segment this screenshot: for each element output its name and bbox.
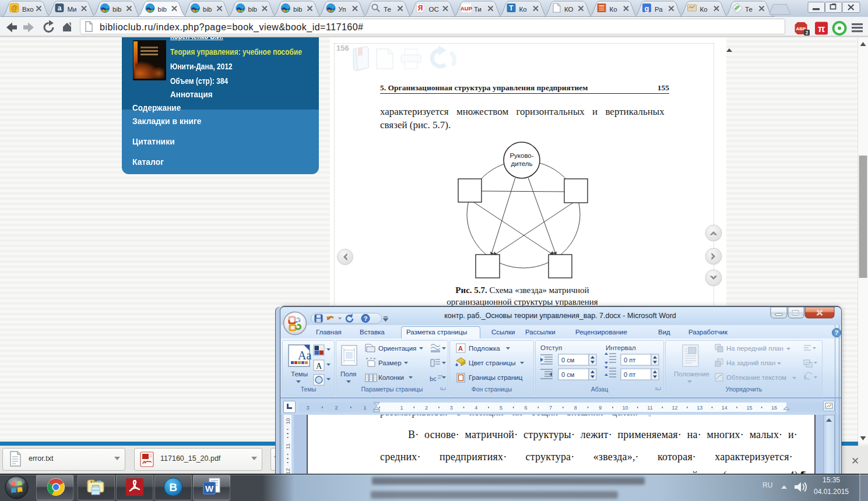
svg-text:B: B — [169, 481, 177, 493]
svg-text:Я: Я — [418, 4, 423, 12]
svg-text:@: @ — [11, 4, 18, 12]
svg-text:Вхо: Вхо — [22, 6, 34, 13]
svg-text:Ми: Ми — [68, 6, 77, 13]
svg-text:10: 10 — [622, 405, 628, 411]
svg-text:ОС: ОС — [429, 6, 439, 13]
svg-text:2: 2 — [806, 30, 809, 36]
svg-text:Те: Те — [745, 6, 753, 13]
svg-text:10: 10 — [284, 418, 291, 425]
svg-text:Цвет страницы: Цвет страницы — [469, 359, 515, 366]
svg-text:16: 16 — [771, 405, 777, 411]
svg-text:Ьс: Ьс — [430, 376, 437, 382]
svg-text:12: 12 — [672, 405, 678, 411]
svg-text:A: A — [316, 362, 322, 371]
svg-text:A: A — [458, 345, 463, 352]
svg-text:2: 2 — [425, 405, 428, 411]
svg-text:Отступ: Отступ — [540, 344, 562, 351]
svg-text:W: W — [205, 484, 214, 493]
svg-text:5: 5 — [500, 405, 502, 411]
svg-text:?: ? — [364, 315, 368, 322]
svg-text:АUР: АUР — [461, 5, 473, 12]
svg-text:biblioclub.ru/index.php?page=b: biblioclub.ru/index.php?page=book_view&b… — [100, 22, 363, 33]
svg-text:6: 6 — [524, 405, 527, 411]
svg-text:Те: Те — [384, 6, 391, 13]
svg-text:2: 2 — [335, 405, 338, 411]
svg-text:Ко: Ко — [610, 6, 617, 13]
svg-text:Aa: Aa — [298, 349, 311, 362]
svg-text:7: 7 — [549, 405, 552, 411]
svg-text:дитель: дитель — [511, 160, 533, 167]
svg-text:13: 13 — [697, 405, 702, 411]
svg-text:Положение: Положение — [674, 371, 709, 377]
svg-text:Уп: Уп — [339, 6, 346, 13]
svg-text:0 см: 0 см — [561, 371, 574, 378]
svg-text:Ти: Ти — [474, 6, 482, 13]
svg-text:bib: bib — [203, 6, 212, 13]
svg-text:Подложка: Подложка — [469, 345, 500, 352]
svg-text:Интервал: Интервал — [606, 344, 636, 351]
svg-text:bib: bib — [293, 6, 302, 13]
svg-text:11: 11 — [284, 443, 291, 449]
svg-text:bib: bib — [113, 6, 121, 13]
svg-text:a: a — [58, 4, 62, 12]
svg-text:bib: bib — [158, 6, 167, 13]
svg-text:T: T — [509, 4, 514, 12]
svg-text:0 пт: 0 пт — [624, 371, 635, 378]
svg-text:0 пт: 0 пт — [624, 357, 635, 364]
svg-text:Обтекание текстом: Обтекание текстом — [726, 374, 786, 381]
svg-text:14: 14 — [722, 405, 728, 411]
svg-text:bib: bib — [248, 6, 257, 13]
svg-text:1: 1 — [400, 405, 403, 411]
svg-text:На передний план: На передний план — [726, 345, 783, 352]
svg-text:4: 4 — [475, 405, 477, 411]
svg-text:Ко: Ко — [700, 6, 708, 13]
svg-text:9: 9 — [599, 405, 602, 411]
svg-text:g: g — [645, 4, 649, 13]
svg-text:Границы страниц: Границы страниц — [469, 374, 523, 381]
svg-text:15: 15 — [746, 405, 752, 411]
svg-text:π: π — [818, 24, 825, 34]
svg-text:КО: КО — [564, 6, 574, 13]
svg-text:Колонки: Колонки — [378, 374, 404, 381]
svg-text:Ко: Ко — [519, 6, 527, 13]
svg-text:3: 3 — [450, 405, 453, 411]
svg-text:Ориентация: Ориентация — [378, 345, 416, 352]
svg-text:1: 1 — [363, 405, 366, 411]
svg-text:Ра: Ра — [655, 6, 663, 13]
svg-text:3: 3 — [306, 405, 309, 411]
svg-text:0 см: 0 см — [561, 357, 574, 364]
svg-text:Поля: Поля — [340, 371, 356, 377]
svg-text:Темы: Темы — [291, 371, 308, 377]
svg-text:Руково-: Руково- — [509, 152, 533, 159]
svg-text:На задний план: На задний план — [726, 359, 775, 366]
svg-text:Размер: Размер — [378, 359, 402, 366]
svg-text:8: 8 — [574, 405, 577, 411]
svg-text:11: 11 — [647, 405, 652, 411]
